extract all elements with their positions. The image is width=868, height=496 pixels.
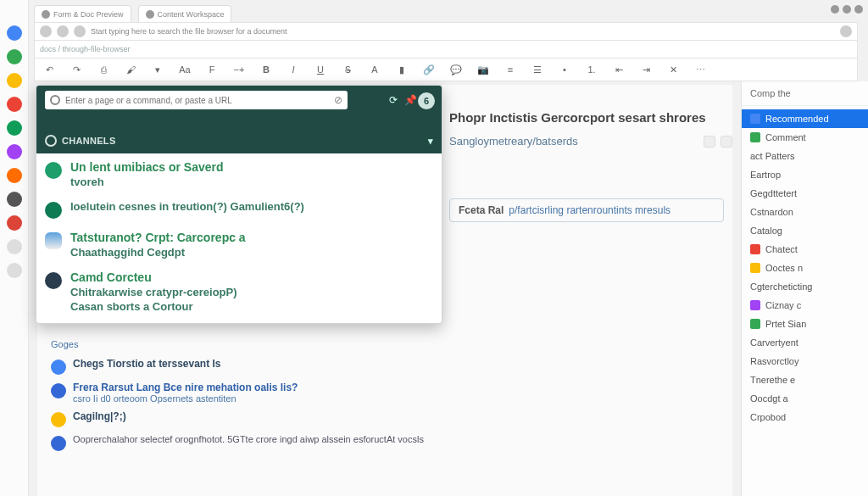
rail-app-icon[interactable] [7, 144, 22, 159]
reload-icon[interactable] [74, 25, 86, 37]
thread-row[interactable]: Ooprerchalahor selectef orognfhotot. 5GT… [51, 434, 698, 451]
side-panel-label: act Patters [750, 151, 795, 161]
window-min-icon[interactable] [831, 5, 839, 14]
address-bar-row: Start typing here to search the file bro… [34, 22, 858, 41]
side-panel-item[interactable]: Gegdttetert [742, 184, 868, 203]
side-panel-item[interactable]: Prtet Sian [742, 315, 868, 333]
zoom-icon[interactable]: ▾ [150, 62, 165, 77]
bold-icon[interactable]: B [259, 62, 274, 77]
thread-row[interactable]: Cagilng|?;) [51, 410, 698, 427]
side-panel-item[interactable]: Crpobod [742, 408, 868, 426]
pin-icon[interactable]: 📌 [404, 94, 417, 106]
clear-icon[interactable]: ⊘ [334, 94, 342, 106]
rail-app-icon[interactable] [7, 192, 22, 207]
side-panel-item[interactable]: Carvertyent [742, 333, 868, 352]
thread-subtext: csro Ii d0 orteoom Opsernets astentiten [73, 393, 298, 404]
app-rail [0, 0, 29, 496]
style-icon[interactable]: Aa [177, 62, 192, 77]
comment-icon[interactable]: 💬 [448, 62, 464, 77]
doc-heading: Phopr Inctistis Gercorcport sesart shror… [449, 110, 724, 125]
side-panel-item[interactable]: Eartrop [742, 165, 868, 184]
forward-icon[interactable] [57, 25, 69, 37]
indent-dec-icon[interactable]: ⇤ [611, 62, 626, 77]
pencil-icon[interactable] [704, 136, 715, 148]
star-icon[interactable] [840, 25, 852, 37]
command-search-input[interactable] [65, 96, 329, 105]
side-panel-item[interactable]: Comment [742, 128, 868, 147]
channel-icon [45, 272, 62, 289]
browser-tab[interactable]: Form & Doc Preview [34, 5, 131, 22]
side-panel-item[interactable]: act Patters [742, 147, 868, 165]
tab-favicon-icon [146, 10, 154, 19]
rail-app-icon[interactable] [7, 215, 22, 231]
doc-tag-field[interactable]: Fceta Ral p/fartcisrling rartenrountints… [449, 198, 724, 222]
rail-app-icon[interactable] [7, 263, 22, 278]
side-panel-label: Cstnardon [750, 207, 793, 217]
strike-icon[interactable]: S̶ [340, 62, 355, 77]
more-icon[interactable]: ⋯ [693, 62, 708, 77]
side-panel-item[interactable]: Cgtercheticting [742, 277, 868, 296]
rail-app-icon[interactable] [7, 49, 22, 64]
redo-icon[interactable]: ↷ [69, 62, 84, 77]
undo-icon[interactable]: ↶ [42, 62, 57, 77]
font-icon[interactable]: F [204, 62, 220, 77]
highlight-icon[interactable]: ▮ [394, 62, 409, 77]
window-close-icon[interactable] [854, 5, 863, 14]
rail-app-icon[interactable] [7, 239, 22, 254]
palette-item[interactable]: Un lent umibiacs or Saverd tvoreh [45, 160, 433, 188]
avatar-icon [51, 383, 66, 398]
thread-row[interactable]: Chegs Tiorstio at terssevant Is [51, 358, 698, 375]
doc-subheading[interactable]: Sangloymetreary/batserds [449, 135, 578, 148]
side-panel-label: Gegdttetert [750, 188, 797, 198]
palette-item[interactable]: Camd Corcteu Chitrakarwise cratypr-cerei… [45, 270, 433, 313]
tab-label: Form & Doc Preview [53, 10, 124, 19]
chevron-down-icon[interactable]: ▾ [428, 136, 433, 147]
refresh-icon[interactable]: ⟳ [389, 94, 398, 106]
window-max-icon[interactable] [843, 5, 851, 14]
link-icon[interactable]: 🔗 [421, 62, 437, 77]
bullet-list-icon[interactable]: • [557, 62, 572, 77]
thread-row[interactable]: Frera Rarsut Lang Bce nire mehation oali… [51, 382, 698, 404]
italic-icon[interactable]: I [286, 62, 301, 77]
side-panel-item[interactable]: Cstnardon [742, 203, 868, 221]
side-panel-item[interactable]: Rasvorctloy [742, 352, 868, 371]
side-panel-item[interactable]: Ooctes n [742, 259, 868, 277]
print-icon[interactable]: ⎙ [96, 62, 111, 77]
rail-app-icon[interactable] [7, 97, 22, 112]
indent-inc-icon[interactable]: ⇥ [638, 62, 654, 77]
back-icon[interactable] [40, 25, 52, 37]
underline-icon[interactable]: U [313, 62, 328, 77]
side-panel-item[interactable]: Tnerethe e [742, 371, 868, 389]
palette-item[interactable]: Ioelutein cesnes in treution(?) Gamulien… [45, 200, 433, 219]
side-panel-label: Ciznay c [765, 300, 801, 310]
clear-format-icon[interactable]: ✕ [665, 62, 681, 77]
rail-app-icon[interactable] [7, 168, 22, 183]
side-panel-item[interactable]: Recommended [742, 109, 868, 128]
image-icon[interactable]: 📷 [476, 62, 491, 77]
note-icon[interactable] [721, 136, 732, 148]
align-icon[interactable]: ≡ [503, 62, 518, 77]
rail-app-icon[interactable] [7, 120, 22, 136]
side-panel-item[interactable]: Ciznay c [742, 296, 868, 315]
side-panel-item[interactable]: Chatect [742, 240, 868, 259]
palette-item[interactable]: Tatsturanot? Crpt: Carcorepc a Chaathagg… [45, 231, 433, 259]
text-color-icon[interactable]: A [367, 62, 382, 77]
palette-item-title: Ioelutein cesnes in treution(?) Gamulien… [70, 200, 304, 213]
thread-label: Goges [51, 339, 698, 349]
line-spacing-icon[interactable]: ☰ [530, 62, 545, 77]
side-panel-label: Comment [765, 132, 806, 142]
rail-app-icon[interactable] [7, 25, 22, 41]
breadcrumb: docs / through-file-browser [40, 45, 131, 53]
side-panel-item[interactable]: Catalog [742, 221, 868, 240]
side-panel-label: Eartrop [750, 170, 781, 180]
number-list-icon[interactable]: 1. [584, 62, 599, 77]
browser-tab[interactable]: Content Workspace [138, 5, 232, 22]
side-panel-label: Cgtercheticting [750, 281, 812, 292]
command-search[interactable]: ⊘ [45, 91, 348, 109]
side-panel-item[interactable]: Oocdgt a [742, 389, 868, 408]
rail-app-icon[interactable] [7, 73, 22, 88]
window-controls [831, 5, 863, 14]
size-icon[interactable]: −+ [231, 62, 247, 77]
paint-icon[interactable]: 🖌 [123, 62, 138, 77]
side-panel-label: Chatect [765, 244, 798, 254]
